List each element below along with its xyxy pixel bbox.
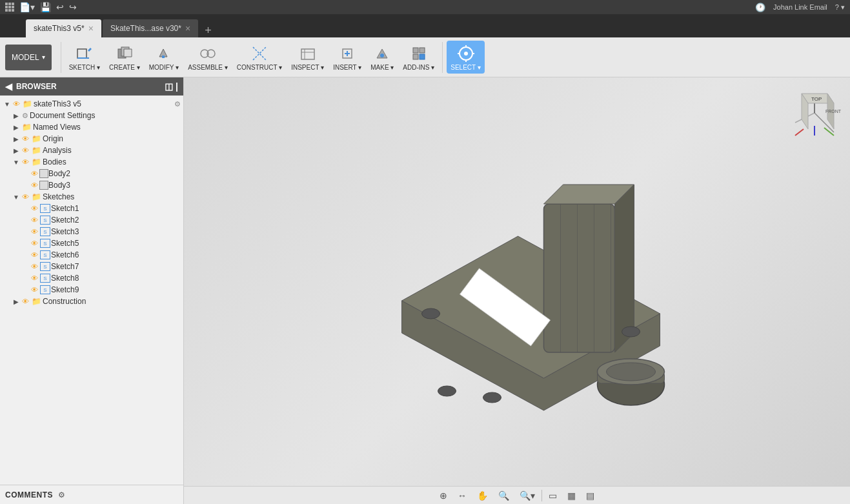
svg-point-44 [607,363,656,381]
tree-item-sketch1[interactable]: 👁 S Sketch1 [0,203,183,214]
tree-item-root[interactable]: ▼ 👁 📁 skateThis3 v5 ⚙ [0,98,183,110]
view-options-icon[interactable]: ▤ [582,489,598,502]
insert-label: INSERT ▾ [333,64,361,71]
arrow-doc-settings: ▶ [12,112,21,119]
viewport[interactable]: TOP FRONT ⊕ ↔ ✋ 🔍 🔍▾ ▭ ▦ ▤ [184,77,850,504]
tab-1[interactable]: skateThis3 v5* × [26,19,101,37]
insert-icon [337,43,358,64]
eye-icon-sketch8[interactable]: 👁 [31,274,38,282]
settings-icon-root[interactable]: ⚙ [174,100,181,108]
sketch-box-sketch7: S [40,262,50,271]
make-group[interactable]: MAKE ▾ [367,41,398,74]
tree-item-body2[interactable]: 👁 Body2 [0,168,183,179]
eye-icon-analysis[interactable]: 👁 [22,146,29,154]
eye-icon-sketch2[interactable]: 👁 [31,216,38,224]
svg-rect-10 [301,49,314,59]
construct-group[interactable]: CONSTRUCT ▾ [233,41,286,74]
eye-icon-sketch1[interactable]: 👁 [31,205,38,212]
label-sketch6: Sketch6 [51,250,181,259]
select-group[interactable]: SELECT ▾ [447,41,485,74]
bottom-toolbar: ⊕ ↔ ✋ 🔍 🔍▾ ▭ ▦ ▤ [184,486,850,504]
grid-icon[interactable] [5,3,14,12]
construct-label: CONSTRUCT ▾ [237,64,282,71]
tab-1-close[interactable]: × [88,24,94,33]
assemble-label: ASSEMBLE ▾ [188,64,228,71]
comments-settings-icon[interactable]: ⚙ [58,490,65,499]
insert-group[interactable]: INSERT ▾ [329,41,365,74]
tree-item-named-views[interactable]: ▶ 📁 Named Views [0,121,183,133]
tree-item-sketch6[interactable]: 👁 S Sketch6 [0,249,183,261]
arrow-bodies: ▼ [12,159,21,166]
eye-icon-sketches[interactable]: 👁 [22,193,29,201]
svg-rect-19 [413,54,418,59]
tree-item-body3[interactable]: 👁 Body3 [0,179,183,191]
modify-label: MODIFY ▾ [149,64,179,71]
move-icon[interactable]: ⊕ [436,489,451,502]
inspect-group[interactable]: INSPECT ▾ [287,41,328,74]
redo-icon[interactable]: ↪ [69,2,77,12]
assemble-group[interactable]: ASSEMBLE ▾ [184,41,232,74]
eye-icon-root[interactable]: 👁 [13,100,20,108]
clock-icon: 🕐 [755,3,765,12]
eye-icon-sketch3[interactable]: 👁 [31,228,38,236]
add-tab-button[interactable]: + [199,24,217,37]
save-icon[interactable]: 💾 [40,2,51,12]
eye-icon-construction[interactable]: 👁 [22,297,29,305]
label-sketch7: Sketch7 [51,262,181,271]
tree-item-sketches[interactable]: ▼ 👁 📁 Sketches [0,191,183,203]
label-sketch3: Sketch3 [51,227,181,236]
zoom-icon[interactable]: 🔍 [494,489,513,502]
tree-item-sketch9[interactable]: 👁 S Sketch9 [0,284,183,296]
view-cube[interactable]: TOP FRONT [785,84,844,142]
eye-icon-sketch6[interactable]: 👁 [31,251,38,259]
gear-icon-doc-settings: ⚙ [22,112,28,120]
eye-icon-sketch9[interactable]: 👁 [31,286,38,294]
eye-icon-body2[interactable]: 👁 [31,170,38,177]
eye-icon-sketch5[interactable]: 👁 [31,239,38,247]
addins-group[interactable]: ADD-INS ▾ [399,41,438,74]
tree-item-sketch3[interactable]: 👁 S Sketch3 [0,226,183,237]
eye-icon-body3[interactable]: 👁 [31,181,38,189]
sketch-box-sketch1: S [40,204,50,213]
sidebar-back-icon[interactable]: ◀ [5,81,12,92]
label-sketch1: Sketch1 [51,204,181,213]
label-analysis: Analysis [43,146,181,155]
tree-item-origin[interactable]: ▶ 👁 📁 Origin [0,133,183,145]
sketch-box-sketch2: S [40,216,50,225]
file-menu-icon[interactable]: 📄▾ [19,2,35,12]
user-label[interactable]: Johan Link Email [773,3,827,11]
folder-icon-bodies: 📁 [32,157,41,166]
tree-item-sketch7[interactable]: 👁 S Sketch7 [0,261,183,272]
sidebar-collapse-icon[interactable]: ◫ | [165,81,178,92]
tree-item-sketch8[interactable]: 👁 S Sketch8 [0,272,183,284]
tree-item-sketch5[interactable]: 👁 S Sketch5 [0,237,183,249]
model-button[interactable]: MODEL ▾ [5,45,52,70]
comments-bar: COMMENTS ⚙ [0,485,183,504]
tree-item-doc-settings[interactable]: ▶ ⚙ Document Settings [0,110,183,121]
eye-icon-origin[interactable]: 👁 [22,135,29,143]
tree-item-bodies[interactable]: ▼ 👁 📁 Bodies [0,156,183,168]
tab-2-close[interactable]: × [185,24,190,33]
make-icon [372,43,392,64]
tree-item-analysis[interactable]: ▶ 👁 📁 Analysis [0,145,183,156]
help-icon[interactable]: ? ▾ [835,3,845,12]
svg-point-16 [380,54,384,57]
tree-item-construction[interactable]: ▶ 👁 📁 Construction [0,296,183,307]
tab-2[interactable]: SkateThis...ase v30* × [103,19,198,37]
hand-icon[interactable]: ✋ [473,489,492,502]
sketch-group[interactable]: SKETCH ▾ [65,41,104,74]
zoom-dropdown-icon[interactable]: 🔍▾ [516,489,539,502]
eye-icon-bodies[interactable]: 👁 [22,158,29,166]
toolbar: MODEL ▾ SKETCH ▾ CREATE ▾ MODIFY ▾ ASSEM… [0,37,850,77]
undo-icon[interactable]: ↩ [56,2,64,12]
svg-rect-0 [77,49,86,58]
eye-icon-sketch7[interactable]: 👁 [31,263,38,270]
display-mode-icon[interactable]: ▭ [545,489,561,502]
svg-rect-20 [420,54,425,59]
tree-item-sketch2[interactable]: 👁 S Sketch2 [0,214,183,226]
pan-icon[interactable]: ↔ [454,489,471,502]
grid-display-icon[interactable]: ▦ [563,489,580,502]
create-group[interactable]: CREATE ▾ [105,41,144,74]
label-sketch8: Sketch8 [51,274,181,283]
modify-group[interactable]: MODIFY ▾ [145,41,183,74]
